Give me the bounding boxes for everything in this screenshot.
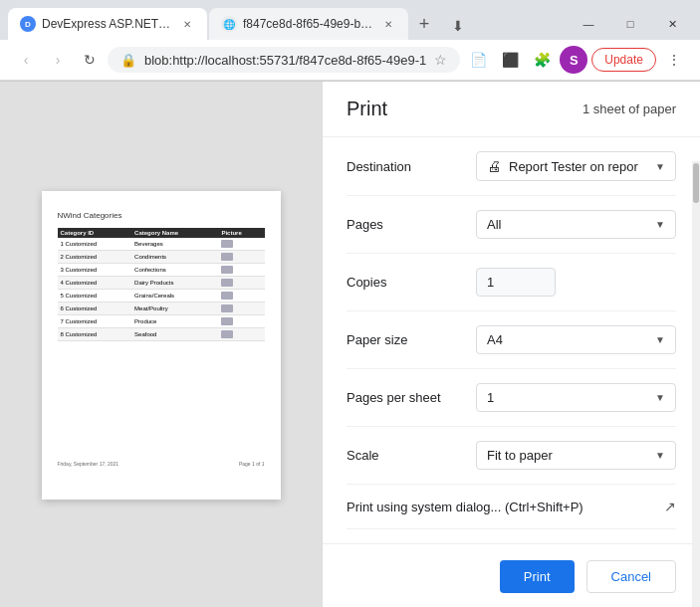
preview-table-cell: 7 Customized [58, 315, 132, 328]
preview-col-3: Picture [218, 228, 264, 238]
preview-table-cell [218, 238, 264, 251]
print-options: Destination 🖨 Report Tester on repor ▼ P… [323, 137, 700, 543]
lock-icon: 🔒 [120, 53, 136, 68]
print-button[interactable]: Print [500, 560, 575, 593]
preview-table-cell [218, 264, 264, 277]
copies-label: Copies [347, 275, 476, 290]
pages-per-sheet-label: Pages per sheet [347, 390, 476, 405]
paper-size-select[interactable]: A4 ▼ [476, 325, 676, 354]
pages-per-sheet-select[interactable]: 1 ▼ [476, 383, 676, 412]
print-footer: Print Cancel [323, 543, 700, 607]
pages-label: Pages [347, 217, 476, 232]
menu-button[interactable]: ⋮ [660, 46, 688, 74]
scrollbar[interactable] [692, 161, 700, 607]
scale-value: Fit to paper [487, 448, 655, 463]
preview-table-cell: Grains/Cereals [131, 290, 218, 303]
extensions-dark-icon[interactable]: ⬛ [496, 46, 524, 74]
destination-chevron-icon: ▼ [655, 161, 665, 172]
external-link-icon: ↗ [664, 499, 676, 514]
print-panel: Print 1 sheet of paper Destination 🖨 Rep… [322, 82, 700, 607]
pages-row: Pages All ▼ [347, 196, 676, 254]
copies-input[interactable]: 1 [476, 268, 556, 297]
paper-size-control: A4 ▼ [476, 325, 676, 354]
preview-table-cell: 6 Customized [58, 303, 132, 315]
cancel-button[interactable]: Cancel [586, 560, 676, 593]
preview-table-cell: 5 Customized [58, 290, 132, 303]
pages-per-sheet-chevron-icon: ▼ [655, 392, 665, 403]
minimize-button[interactable]: — [569, 10, 608, 38]
extensions-puzzle-icon[interactable]: 🧩 [528, 46, 556, 74]
printer-icon: 🖨 [487, 158, 501, 174]
page-preview: NWind Categories Category ID Category Na… [42, 191, 281, 500]
tab-2-close[interactable]: ✕ [380, 16, 396, 32]
preview-footer-right: Page 1 of 1 [239, 461, 265, 467]
window-controls: — □ ✕ [569, 10, 692, 38]
preview-table-cell [218, 290, 264, 303]
page-preview-wrapper: NWind Categories Category ID Category Na… [42, 191, 281, 500]
pages-control: All ▼ [476, 210, 676, 239]
paper-size-chevron-icon: ▼ [655, 334, 665, 345]
preview-table-cell [218, 328, 264, 341]
system-dialog-row[interactable]: Print using system dialog... (Ctrl+Shift… [347, 485, 676, 529]
preview-table-cell: Beverages [131, 238, 218, 251]
address-bar[interactable]: 🔒 blob:http://localhost:55731/f847ce8d-8… [108, 47, 460, 73]
paper-size-row: Paper size A4 ▼ [347, 311, 676, 369]
preview-table-cell: Dairy Products [131, 277, 218, 290]
destination-row: Destination 🖨 Report Tester on repor ▼ [347, 137, 676, 196]
profile-button[interactable]: S [560, 46, 587, 74]
preview-table-cell: 3 Customized [58, 264, 132, 277]
reload-button[interactable]: ↻ [76, 46, 104, 74]
preview-table-cell [218, 251, 264, 264]
preview-table-cell: Seafood [131, 328, 218, 341]
bookmark-icon[interactable]: ☆ [434, 52, 447, 68]
preview-table-cell: Condiments [131, 251, 218, 264]
new-tab-button[interactable]: + [410, 10, 438, 38]
preview-table-cell: 8 Customized [58, 328, 132, 341]
preview-table-cell: Meat/Poultry [131, 303, 218, 315]
back-button[interactable]: ‹ [12, 46, 40, 74]
extensions-save-icon[interactable]: 📄 [464, 46, 492, 74]
browser-chrome: D DevExpress ASP.NET project ✕ 🌐 f847ce8… [0, 0, 700, 82]
destination-select[interactable]: 🖨 Report Tester on repor ▼ [476, 151, 676, 181]
pages-per-sheet-control: 1 ▼ [476, 383, 676, 412]
pages-select[interactable]: All ▼ [476, 210, 676, 239]
forward-button[interactable]: › [44, 46, 72, 74]
destination-control: 🖨 Report Tester on repor ▼ [476, 151, 676, 181]
print-header: Print 1 sheet of paper [323, 82, 700, 137]
pages-value: All [487, 217, 655, 232]
preview-doc-title: NWind Categories [58, 211, 265, 220]
scale-select[interactable]: Fit to paper ▼ [476, 441, 676, 470]
update-button[interactable]: Update [591, 48, 656, 72]
pages-per-sheet-row: Pages per sheet 1 ▼ [347, 369, 676, 427]
preview-table: Category ID Category Name Picture 1 Cust… [58, 228, 265, 341]
tab-bar: D DevExpress ASP.NET project ✕ 🌐 f847ce8… [0, 0, 700, 40]
scale-row: Scale Fit to paper ▼ [347, 427, 676, 485]
close-button[interactable]: ✕ [652, 10, 692, 38]
copies-row: Copies 1 [347, 254, 676, 311]
preview-table-cell [218, 277, 264, 290]
maximize-button[interactable]: □ [610, 10, 650, 38]
sheet-count: 1 sheet of paper [583, 101, 676, 116]
tab-1[interactable]: D DevExpress ASP.NET project ✕ [8, 8, 207, 40]
preview-table-cell [218, 303, 264, 315]
address-text: blob:http://localhost:55731/f847ce8d-8f6… [144, 53, 426, 68]
preview-col-2: Category Name [131, 228, 218, 238]
print-title: Print [347, 98, 387, 120]
destination-label: Destination [347, 159, 476, 174]
tab-1-title: DevExpress ASP.NET project [42, 17, 173, 31]
paper-size-value: A4 [487, 332, 655, 347]
copies-control: 1 [476, 268, 676, 297]
scale-label: Scale [347, 448, 476, 463]
tab-1-favicon: D [20, 16, 36, 32]
tab-2[interactable]: 🌐 f847ce8d-8f65-49e9-b515-a866... ✕ [209, 8, 408, 40]
nav-actions: 📄 ⬛ 🧩 S Update ⋮ [464, 46, 688, 74]
navbar: ‹ › ↻ 🔒 blob:http://localhost:55731/f847… [0, 40, 700, 81]
preview-table-cell: 4 Customized [58, 277, 132, 290]
tab-1-close[interactable]: ✕ [179, 16, 195, 32]
paper-size-label: Paper size [347, 332, 476, 347]
scrollbar-thumb[interactable] [693, 163, 699, 203]
preview-table-cell: Confections [131, 264, 218, 277]
preview-table-cell: Produce [131, 315, 218, 328]
tab-bar-download-icon[interactable]: ⬇ [444, 12, 472, 40]
preview-table-cell: 2 Customized [58, 251, 132, 264]
